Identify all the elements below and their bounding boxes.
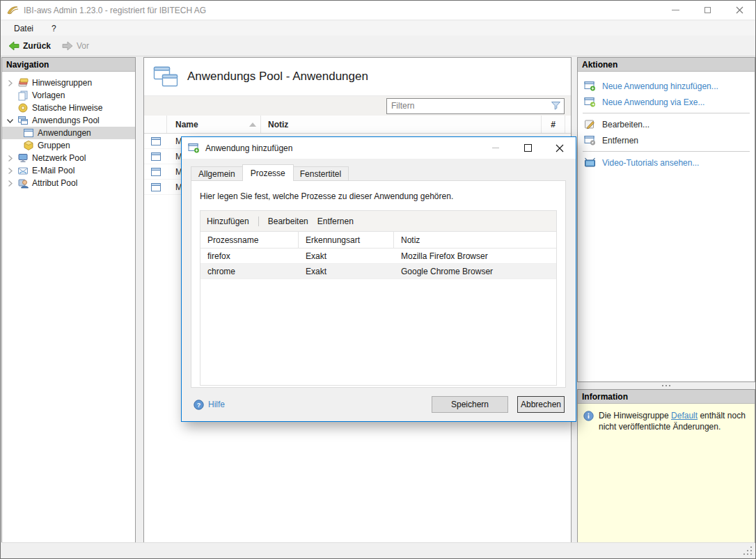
- process-detection: Exakt: [299, 267, 394, 276]
- dialog-title: Anwendung hinzufügen: [205, 143, 292, 153]
- process-detection: Exakt: [299, 251, 394, 261]
- action-label: Bearbeiten...: [602, 120, 649, 129]
- dialog-maximize-button[interactable]: [512, 137, 544, 159]
- process-column-header[interactable]: Prozessname: [200, 232, 299, 248]
- actions-panel-header: Aktionen: [578, 58, 755, 72]
- action-remove[interactable]: Entfernen: [578, 132, 755, 148]
- back-button[interactable]: Zurück: [5, 39, 54, 53]
- process-row[interactable]: firefox Exakt Mozilla Firefox Browser: [200, 249, 556, 264]
- static-notices-icon: [17, 102, 29, 113]
- templates-icon: [17, 90, 29, 101]
- process-add-button[interactable]: Hinzufügen: [207, 216, 249, 226]
- action-label: Entfernen: [602, 136, 638, 145]
- menu-datei[interactable]: Datei: [8, 22, 40, 35]
- notice-groups-icon: [17, 77, 29, 88]
- filter-funnel-icon[interactable]: [551, 101, 561, 111]
- nav-item-label: Anwendungen: [38, 128, 91, 138]
- sort-ascending-icon: [249, 123, 256, 127]
- nav-item-hinweisgruppen[interactable]: Hinweisgruppen: [2, 77, 135, 89]
- back-arrow-icon: [8, 41, 19, 51]
- status-bar: [1, 542, 755, 558]
- edit-pencil-icon: [584, 119, 596, 129]
- chevron-right-icon[interactable]: [6, 180, 14, 187]
- name-column-header[interactable]: Name: [167, 116, 261, 133]
- nav-item-label: Netzwerk Pool: [32, 153, 86, 163]
- forward-button[interactable]: Vor: [58, 39, 93, 53]
- resize-grip[interactable]: [743, 546, 752, 555]
- chevron-down-icon[interactable]: [6, 117, 14, 125]
- action-new-application[interactable]: Neue Anwendung hinzufügen...: [578, 78, 755, 94]
- applications-icon: [23, 127, 34, 139]
- process-edit-button[interactable]: Bearbeiten: [268, 216, 308, 226]
- maximize-button[interactable]: [691, 1, 723, 19]
- notiz-column-header[interactable]: Notiz: [261, 116, 542, 133]
- count-column-header[interactable]: #: [542, 116, 565, 133]
- minimize-button[interactable]: [659, 1, 691, 19]
- minimize-icon: [672, 10, 679, 10]
- dialog-minimize-button[interactable]: [480, 137, 512, 159]
- tab-allgemein[interactable]: Allgemein: [191, 166, 243, 181]
- forward-label: Vor: [77, 41, 89, 51]
- process-note: Google Chrome Browser: [394, 267, 556, 276]
- tab-prozesse[interactable]: Prozesse: [242, 164, 294, 181]
- nav-item-vorlagen[interactable]: Vorlagen: [2, 89, 135, 102]
- process-table-header: Prozessname Erkennungsart Notiz: [200, 232, 556, 249]
- process-remove-button[interactable]: Entfernen: [317, 216, 354, 226]
- icon-column-header[interactable]: [144, 116, 167, 133]
- action-edit[interactable]: Bearbeiten...: [578, 116, 755, 132]
- groups-icon: [23, 140, 34, 151]
- nav-item-gruppen[interactable]: Gruppen: [2, 139, 135, 152]
- default-group-link[interactable]: Default: [671, 411, 698, 420]
- splitter-grip-dot: [669, 385, 670, 386]
- detection-column-header[interactable]: Erkennungsart: [299, 232, 394, 248]
- application-window-icon: [150, 136, 162, 147]
- panel-splitter[interactable]: [577, 382, 755, 389]
- chevron-right-icon[interactable]: [6, 167, 14, 175]
- dialog-description: Hier legen Sie fest, welche Prozesse zu …: [200, 191, 557, 201]
- add-application-dialog: Anwendung hinzufügen Allgemein Prozesse …: [181, 136, 576, 422]
- nav-item-email-pool[interactable]: E-Mail Pool: [2, 164, 135, 177]
- close-icon: [556, 144, 564, 152]
- nav-item-label: Attribut Pool: [32, 178, 77, 188]
- maximize-icon: [704, 7, 711, 13]
- action-video-tutorials[interactable]: Video-Tutorials ansehen...: [578, 155, 755, 171]
- nav-item-anwendungs-pool[interactable]: Anwendungs Pool: [2, 114, 135, 127]
- nav-item-label: Statische Hinweise: [32, 103, 102, 113]
- action-label: Neue Anwendung via Exe...: [602, 97, 704, 107]
- dialog-body: Allgemein Prozesse Fenstertitel Hier leg…: [182, 159, 576, 388]
- process-row[interactable]: chrome Exakt Google Chrome Browser: [200, 264, 556, 279]
- nav-item-label: Gruppen: [38, 141, 70, 150]
- process-toolbar: Hinzufügen Bearbeiten Entfernen: [200, 211, 556, 232]
- add-application-icon: [188, 143, 200, 153]
- actions-separator: [583, 113, 750, 113]
- actions-panel: Aktionen Neue Anwendung hinzufügen... Ne…: [577, 57, 755, 382]
- dialog-close-button[interactable]: [544, 137, 576, 159]
- cancel-button[interactable]: Abbrechen: [517, 396, 565, 413]
- navigation-toolbar: Zurück Vor: [1, 36, 755, 56]
- chevron-right-icon[interactable]: [6, 79, 14, 87]
- minimize-icon: [492, 148, 499, 148]
- close-button[interactable]: [723, 1, 755, 19]
- nav-item-netzwerk-pool[interactable]: Netzwerk Pool: [2, 152, 135, 164]
- filter-input[interactable]: [387, 101, 551, 111]
- help-label: Hilfe: [208, 400, 225, 409]
- save-button[interactable]: Speichern: [432, 396, 508, 413]
- help-link[interactable]: ? Hilfe: [194, 400, 225, 410]
- toolbar-separator: [258, 216, 259, 226]
- nav-item-attribut-pool[interactable]: Attribut Pool: [2, 177, 135, 189]
- header-filler: [565, 116, 571, 133]
- dialog-footer: ? Hilfe Speichern Abbrechen: [182, 388, 576, 424]
- dialog-titlebar: Anwendung hinzufügen: [182, 137, 576, 159]
- menu-help[interactable]: ?: [45, 22, 63, 35]
- remove-icon: [584, 135, 596, 145]
- app-pool-icon: [17, 115, 29, 126]
- nav-item-anwendungen[interactable]: Anwendungen: [2, 127, 135, 139]
- tab-fenstertitel[interactable]: Fenstertitel: [293, 166, 349, 181]
- note-column-header[interactable]: Notiz: [394, 232, 556, 248]
- action-new-application-via-exe[interactable]: Neue Anwendung via Exe...: [578, 94, 755, 110]
- nav-item-statische-hinweise[interactable]: Statische Hinweise: [2, 102, 135, 114]
- back-label: Zurück: [23, 41, 51, 51]
- chevron-right-icon[interactable]: [6, 155, 14, 162]
- app-pool-large-icon: [153, 66, 178, 88]
- nav-item-label: E-Mail Pool: [32, 166, 74, 175]
